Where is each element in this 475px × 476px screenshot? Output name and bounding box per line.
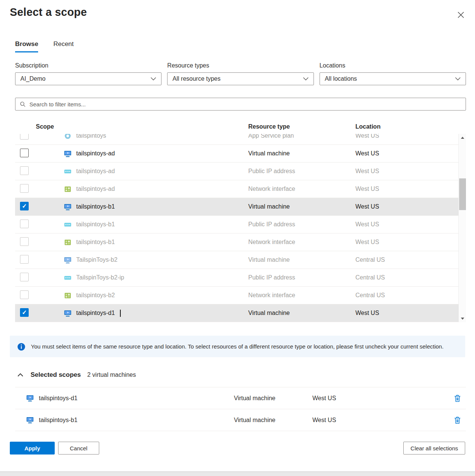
row-checkbox[interactable] bbox=[20, 308, 29, 317]
public-ip-address-icon bbox=[64, 221, 71, 228]
dialog-footer: Apply Cancel Clear all selections bbox=[10, 442, 465, 455]
row-checkbox[interactable] bbox=[20, 149, 29, 157]
resource-type: Virtual machine bbox=[248, 150, 355, 157]
scroll-down-icon[interactable] bbox=[459, 315, 466, 321]
resource-name: TailspinToys-b2-ip bbox=[76, 274, 124, 281]
resource-type: Public IP address bbox=[248, 168, 355, 175]
table-row[interactable]: tailspintoys-b2 Network interface Centra… bbox=[15, 287, 458, 304]
selected-scopes-title: Selected scopes bbox=[31, 371, 81, 379]
resource-name: tailspintoys-b2 bbox=[76, 292, 115, 299]
row-checkbox bbox=[20, 166, 29, 175]
virtual-machine-icon bbox=[64, 256, 71, 264]
row-checkbox bbox=[20, 237, 29, 246]
table-row[interactable]: tailspintoys-b1 Public IP address West U… bbox=[15, 216, 458, 233]
selected-scopes-summary: 2 virtual machines bbox=[87, 372, 136, 378]
vertical-scrollbar[interactable] bbox=[458, 134, 466, 322]
selected-resource-name: tailspintoys-d1 bbox=[39, 395, 77, 402]
resource-types-dropdown[interactable]: All resource types bbox=[167, 72, 314, 85]
subscription-dropdown[interactable]: AI_Demo bbox=[15, 72, 161, 85]
resource-location: West US bbox=[355, 310, 458, 316]
table-row[interactable]: tailspintoys-ad Network interface West U… bbox=[15, 180, 458, 198]
cancel-button[interactable]: Cancel bbox=[58, 442, 99, 455]
info-icon bbox=[17, 343, 25, 351]
chevron-up-icon[interactable] bbox=[17, 373, 23, 377]
selected-scopes-header: Selected scopes 2 virtual machines bbox=[17, 371, 466, 379]
table-rows: tailspintoys App Service plan West US ta… bbox=[15, 134, 458, 322]
resource-name: tailspintoys-ad bbox=[76, 186, 115, 192]
scroll-up-icon[interactable] bbox=[459, 135, 466, 141]
row-checkbox bbox=[20, 220, 29, 228]
selected-scopes-list: tailspintoys-d1 Virtual machine West US … bbox=[15, 387, 466, 431]
subscription-filter: Subscription AI_Demo bbox=[15, 62, 161, 85]
locations-filter: Locations All locations bbox=[320, 62, 466, 85]
clear-all-selections-button[interactable]: Clear all selections bbox=[403, 442, 465, 455]
locations-label: Locations bbox=[320, 62, 466, 69]
search-box bbox=[15, 98, 466, 111]
resource-types-filter: Resource types All resource types bbox=[167, 62, 314, 85]
table-row[interactable]: tailspintoys App Service plan West US bbox=[15, 134, 458, 145]
delete-icon[interactable] bbox=[450, 416, 466, 424]
virtual-machine-icon bbox=[26, 416, 34, 424]
virtual-machine-icon bbox=[64, 310, 71, 317]
close-icon[interactable] bbox=[456, 10, 466, 20]
resource-type: Network interface bbox=[248, 186, 355, 192]
table-row[interactable]: TailspinToys-b2-ip Public IP address Cen… bbox=[15, 269, 458, 287]
tab-browse[interactable]: Browse bbox=[15, 40, 38, 52]
table-header: Scope Resource type Location bbox=[15, 120, 466, 134]
resource-type: App Service plan bbox=[248, 134, 355, 139]
selected-resource-type: Virtual machine bbox=[234, 417, 312, 424]
table-row[interactable]: tailspintoys-b1 Network interface West U… bbox=[15, 233, 458, 251]
network-interface-icon bbox=[64, 186, 71, 193]
resource-location: West US bbox=[355, 150, 458, 157]
table-row[interactable]: tailspintoys-ad Public IP address West U… bbox=[15, 163, 458, 180]
resource-location: West US bbox=[355, 186, 458, 192]
virtual-machine-icon bbox=[26, 395, 34, 402]
resource-types-value: All resource types bbox=[172, 75, 220, 82]
tab-bar: Browse Recent bbox=[15, 40, 466, 52]
table-row[interactable]: tailspintoys-d1 Virtual machine West US bbox=[15, 304, 458, 322]
resource-type: Virtual machine bbox=[248, 310, 355, 316]
row-checkbox bbox=[20, 273, 29, 281]
resource-type: Public IP address bbox=[248, 221, 355, 228]
table-row[interactable]: tailspintoys-ad Virtual machine West US bbox=[15, 145, 458, 163]
filter-bar: Subscription AI_Demo Resource types All … bbox=[15, 62, 466, 85]
info-banner-text: You must select items of the same resour… bbox=[31, 342, 444, 351]
public-ip-address-icon bbox=[64, 168, 71, 175]
column-header-resource-type: Resource type bbox=[248, 123, 355, 130]
resource-name: TailspinToys-b2 bbox=[76, 256, 117, 263]
resource-location: Central US bbox=[355, 256, 458, 263]
resource-name: tailspintoys-b1 bbox=[76, 203, 115, 210]
selected-scope-row: tailspintoys-d1 Virtual machine West US bbox=[15, 387, 466, 409]
subscription-value: AI_Demo bbox=[20, 75, 46, 82]
column-header-location: Location bbox=[355, 123, 466, 130]
locations-dropdown[interactable]: All locations bbox=[320, 72, 466, 85]
search-input[interactable] bbox=[29, 101, 461, 107]
resource-name: tailspintoys-d1 bbox=[76, 310, 115, 316]
resource-location: Central US bbox=[355, 292, 458, 299]
selected-resource-location: West US bbox=[312, 395, 450, 402]
table-viewport: tailspintoys App Service plan West US ta… bbox=[15, 134, 466, 322]
table-row[interactable]: tailspintoys-b1 Virtual machine West US bbox=[15, 198, 458, 216]
apply-button[interactable]: Apply bbox=[10, 442, 55, 455]
selected-resource-name: tailspintoys-b1 bbox=[39, 417, 77, 424]
resource-types-label: Resource types bbox=[167, 62, 314, 69]
resource-type: Network interface bbox=[248, 239, 355, 246]
row-checkbox bbox=[20, 255, 29, 264]
resource-name: tailspintoys-ad bbox=[76, 168, 115, 175]
table-row[interactable]: TailspinToys-b2 Virtual machine Central … bbox=[15, 251, 458, 269]
resource-name: tailspintoys-ad bbox=[76, 150, 115, 157]
tab-recent[interactable]: Recent bbox=[53, 40, 74, 52]
resource-type: Virtual machine bbox=[248, 256, 355, 263]
selected-resource-type: Virtual machine bbox=[234, 395, 312, 402]
delete-icon[interactable] bbox=[450, 395, 466, 402]
row-checkbox[interactable] bbox=[20, 202, 29, 210]
public-ip-address-icon bbox=[64, 274, 71, 281]
resource-type: Network interface bbox=[248, 292, 355, 299]
row-checkbox bbox=[20, 290, 29, 299]
resource-name: tailspintoys-b1 bbox=[76, 239, 115, 246]
selected-scope-row: tailspintoys-b1 Virtual machine West US bbox=[15, 409, 466, 431]
virtual-machine-icon bbox=[64, 203, 71, 210]
virtual-machine-icon bbox=[64, 150, 71, 157]
locations-value: All locations bbox=[325, 75, 357, 82]
scrollbar-thumb[interactable] bbox=[459, 178, 466, 210]
